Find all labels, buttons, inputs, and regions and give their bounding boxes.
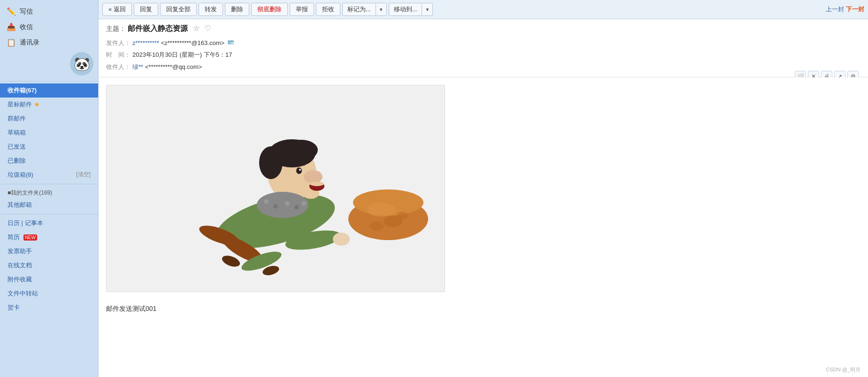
svg-point-16 [296,167,302,174]
sidebar-item-inbox[interactable]: 收件箱(67) [0,83,98,98]
svg-point-23 [301,201,306,206]
sidebar: ✏️ 写信 📥 收信 📋 通讯录 🐼 收件箱(67) 星标邮件 ★ 群邮件 草稿… [0,0,99,377]
subject-label: 主题： [106,25,126,32]
compose-icon: ✏️ [7,7,16,16]
svg-point-12 [304,170,323,183]
svg-point-11 [285,140,318,160]
svg-point-15 [310,181,324,186]
mascot-area: 🐼 [0,50,98,77]
sender-row: 发件人： z********** <z**********@163.com> 🪪 [106,38,860,48]
move-to-button[interactable]: 移动到... [389,3,422,16]
svg-point-30 [397,212,408,219]
contacts-label: 通讯录 [20,38,39,47]
recipient-name[interactable]: 绿** [132,61,143,72]
inbox-label: 收信 [20,23,33,31]
email-footer: CSDN @_明月 [826,366,860,373]
sender-label: 发件人： [106,38,131,48]
sidebar-item-resume[interactable]: 简历 NEW [0,230,98,244]
delete-forever-button[interactable]: 彻底删除 [251,3,288,16]
svg-point-22 [294,205,299,210]
invoice-label: 发票助手 [8,248,32,255]
email-header: 主题： 邮件嵌入静态资源 ☆ ♡ 发件人： z********** <z****… [99,19,868,77]
move-to-dropdown-arrow[interactable]: ▼ [422,3,433,16]
contacts-action[interactable]: 📋 通讯录 [0,35,98,50]
sender-name[interactable]: z********** [132,38,159,48]
svg-point-29 [369,221,384,231]
svg-point-18 [257,192,308,218]
compose-label: 写信 [20,8,33,16]
svg-point-20 [273,204,278,209]
email-toolbar: « 返回 回复 回复全部 转发 删除 彻底删除 举报 拒收 标记为... ▼ 移… [99,0,868,19]
sidebar-item-transfer[interactable]: 文件中转站 [0,287,98,301]
nav-divider-1 [0,184,98,184]
sidebar-item-attachments[interactable]: 附件收藏 [0,272,98,287]
svg-point-27 [367,203,395,217]
star-icon[interactable]: ☆ [193,24,200,32]
transfer-label: 文件中转站 [8,290,38,297]
toolbar-left-group: « 返回 回复 回复全部 转发 删除 彻底删除 举报 拒收 标记为... ▼ 移… [102,3,433,16]
sidebar-item-draft[interactable]: 草稿箱 [0,126,98,140]
deleted-nav-label: 已删除 [8,157,26,164]
toolbar-right-group: 上一封 下一封 [826,5,864,14]
compose-action[interactable]: ✏️ 写信 [0,4,98,19]
mark-as-button[interactable]: 标记为... [342,3,376,16]
contacts-icon: 📋 [7,38,16,47]
sidebar-item-cards[interactable]: 贺卡 [0,301,98,315]
subject-text: 邮件嵌入静态资源 [128,24,188,32]
back-button[interactable]: « 返回 [102,3,132,16]
sidebar-item-other-inbox[interactable]: 其他邮箱 [0,198,98,212]
mascot-icon: 🐼 [70,52,93,75]
email-meta: 发件人： z********** <z**********@163.com> 🪪… [106,38,860,72]
email-header-inner: 主题： 邮件嵌入静态资源 ☆ ♡ 发件人： z********** <z****… [106,24,860,72]
sender-email: <z**********@163.com> [159,38,224,48]
email-body: 邮件发送测试001 CSDN @_明月 [99,77,868,377]
recipient-row: 收件人： 绿** <**********@qq.com> [106,61,860,72]
draft-nav-label: 草稿箱 [8,129,26,136]
mark-as-dropdown-arrow[interactable]: ▼ [376,3,387,16]
time-row: 时 间： 2023年10月30日 (星期一) 下午5：17 [106,49,860,60]
inbox-action[interactable]: 📥 收信 [0,19,98,35]
my-folders-section: ■我的文件夹(169) [0,186,98,198]
sidebar-item-deleted[interactable]: 已删除 [0,154,98,168]
reply-all-button[interactable]: 回复全部 [160,3,197,16]
nav-arrows: 上一封 下一封 [826,5,864,14]
sidebar-item-spam[interactable]: 垃圾箱(8) [清空] [0,168,98,182]
time-value: 2023年10月30日 (星期一) 下午5：17 [132,49,232,60]
svg-point-21 [285,201,290,206]
svg-point-19 [264,199,269,204]
delete-button[interactable]: 删除 [225,3,249,16]
sidebar-item-sent[interactable]: 已发送 [0,140,98,154]
svg-point-10 [259,146,283,179]
spam-clear[interactable]: [清空] [76,171,91,179]
svg-point-17 [299,169,301,171]
docs-label: 在线文档 [8,262,32,269]
report-button[interactable]: 举报 [290,3,314,16]
group-nav-label: 群邮件 [8,115,26,122]
resume-new-badge: NEW [23,234,37,241]
reject-button[interactable]: 拒收 [316,3,340,16]
sidebar-actions: ✏️ 写信 📥 收信 📋 通讯录 🐼 [0,0,98,82]
sidebar-item-invoice[interactable]: 发票助手 [0,244,98,258]
move-to-split-button: 移动到... ▼ [389,3,433,16]
inbox-nav-label: 收件箱(67) [8,87,37,94]
forward-button[interactable]: 转发 [199,3,223,16]
calendar-label: 日历 | 记事本 [8,219,43,226]
favorite-icon[interactable]: ♡ [204,24,211,32]
sent-nav-label: 已发送 [8,143,26,150]
other-inbox-label: 其他邮箱 [8,201,32,208]
sidebar-item-starred[interactable]: 星标邮件 ★ [0,98,98,112]
prev-email-link[interactable]: 上一封 [826,6,844,13]
sidebar-item-group[interactable]: 群邮件 [0,112,98,126]
sidebar-item-docs[interactable]: 在线文档 [0,258,98,272]
sidebar-item-calendar[interactable]: 日历 | 记事本 [0,216,98,230]
sender-card-icon[interactable]: 🪪 [227,38,234,48]
starred-nav-label: 星标邮件 ★ [8,101,40,108]
nav-divider-2 [0,214,98,214]
email-body-text: 邮件发送测试001 [106,305,860,313]
main-content: « 返回 回复 回复全部 转发 删除 彻底删除 举报 拒收 标记为... ▼ 移… [99,0,868,377]
mark-as-split-button: 标记为... ▼ [342,3,387,16]
reply-button[interactable]: 回复 [134,3,158,16]
email-subject: 主题： 邮件嵌入静态资源 ☆ ♡ [106,24,860,34]
next-email-link[interactable]: 下一封 [846,6,864,13]
svg-point-5 [221,254,241,269]
